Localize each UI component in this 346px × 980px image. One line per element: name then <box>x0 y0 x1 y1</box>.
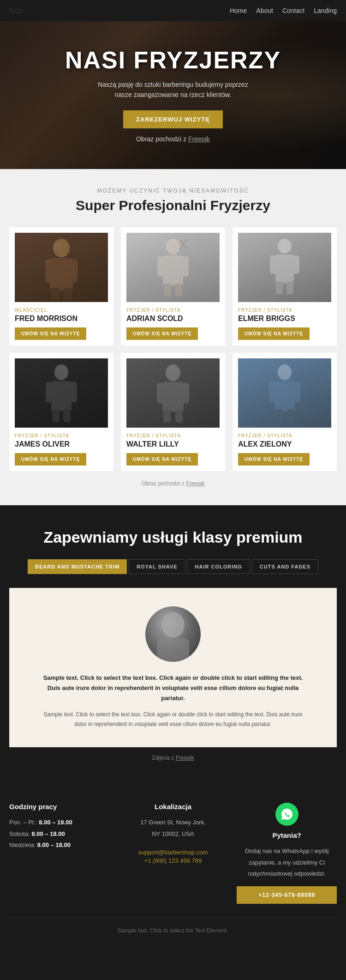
footer-cta-button[interactable]: +12-345-678-89089 <box>237 886 337 904</box>
footer-address: 17 Green St, Nowy Jork,NY 10002, USA <box>123 817 223 840</box>
tab-beard-mustache[interactable]: BEARD AND MUSTACHE TRIM <box>28 559 127 574</box>
svg-rect-23 <box>70 382 77 402</box>
svg-rect-9 <box>181 256 189 277</box>
svg-rect-36 <box>275 409 283 422</box>
svg-rect-3 <box>69 259 78 282</box>
barber-photo-1 <box>15 233 108 302</box>
svg-rect-37 <box>286 409 294 422</box>
barbers-image-source: Obraz pochodzi z Freepik <box>9 480 337 487</box>
service-content-panel: Sample text. Click to select the text bo… <box>9 588 337 747</box>
services-section: Zapewniamy usługi klasy premium BEARD AN… <box>0 505 346 780</box>
svg-point-38 <box>161 612 185 638</box>
barber-btn-2[interactable]: UMÓW SIĘ NA WIZYTĘ <box>126 327 198 340</box>
hero-content: NASI FRYZJERZY Naszą pasję do sztuki bar… <box>65 46 281 144</box>
nav-link-contact[interactable]: Contact <box>282 7 304 14</box>
tab-hair-coloring[interactable]: HAIR COLORING <box>187 559 250 574</box>
barber-name-3: ELMER BRIGGS <box>238 315 331 323</box>
footer-contact-title: Pytania? <box>237 831 337 839</box>
svg-rect-24 <box>52 409 60 422</box>
footer-location-title: Lokalizacja <box>123 803 223 811</box>
svg-point-6 <box>166 239 180 254</box>
hero-title: NASI FRYZJERZY <box>65 46 281 74</box>
barber-btn-6[interactable]: UMÓW SIĘ NA WIZYTĘ <box>238 453 310 466</box>
service-avatar <box>145 606 201 662</box>
services-title: Zapewniamy usługi klasy premium <box>9 528 337 546</box>
hero-section: NASI FRYZJERZY Naszą pasję do sztuki bar… <box>0 21 346 169</box>
footer-hours-sunday: Niedziela: 8.00 – 18.00 <box>9 840 109 851</box>
barber-card-6: FRYZJER / STYLISTA ALEX ZIELONY UMÓW SIĘ… <box>233 353 337 471</box>
svg-point-14 <box>278 239 292 254</box>
barber-name-4: JAMES OLIVER <box>15 440 108 448</box>
barbers-title: Super Profesjonalni Fryzjerzy <box>9 198 337 213</box>
barber-role-1: WŁAŚCICIEL <box>15 308 108 313</box>
footer-contact-col: Pytania? Dodaj nas na WhatsApp i wyślij … <box>237 803 337 904</box>
tab-royal-shave[interactable]: ROYAL SHAVE <box>129 559 185 574</box>
hero-image-source: Obraz pochodzi z Freepik <box>65 134 281 144</box>
barber-photo-5 <box>126 358 220 428</box>
svg-rect-34 <box>269 382 276 402</box>
svg-rect-7 <box>163 255 183 285</box>
svg-rect-5 <box>63 288 72 300</box>
barber-btn-4[interactable]: UMÓW SIĘ NA WIZYTĘ <box>15 453 86 466</box>
footer-email[interactable]: support@barbershop.com <box>138 849 208 856</box>
footer-hours-weekday: Pon. – Pt.: 8.00 – 19.00 <box>9 817 109 829</box>
barber-btn-5[interactable]: UMÓW SIĘ NA WIZYTĘ <box>126 453 198 466</box>
svg-rect-15 <box>275 254 294 283</box>
services-source-link[interactable]: Freepik <box>176 755 194 761</box>
barber-card-3: FRYZJER / STYLISTA ELMER BRIGGS UMÓW SIĘ… <box>233 227 337 345</box>
svg-rect-35 <box>293 382 300 402</box>
svg-rect-22 <box>46 382 53 402</box>
nav-link-home[interactable]: Home <box>230 7 247 14</box>
barber-card-5: FRYZJER / STYLISTA WALTER LILLY UMÓW SIĘ… <box>121 353 225 471</box>
barbers-grid: WŁAŚCICIEL FRED MORRISON UMÓW SIĘ NA WIZ… <box>9 227 337 471</box>
barber-role-6: FRYZJER / STYLISTA <box>238 433 331 438</box>
barber-role-2: FRYZJER / STYLISTA <box>126 308 220 313</box>
svg-rect-27 <box>162 382 184 411</box>
hero-description: Naszą pasję do sztuki barberingu budujem… <box>65 79 281 100</box>
svg-rect-16 <box>270 255 277 274</box>
svg-rect-25 <box>63 409 71 422</box>
services-photo-source: Zdjęcia z Freepik <box>9 755 337 761</box>
barbers-subtitle: MOŻEMY UCZYNIĆ TWOJĄ NIESAMOWITOŚĆ <box>9 188 337 194</box>
svg-rect-4 <box>51 288 60 300</box>
nav-link-landing[interactable]: Landing <box>314 7 337 14</box>
nav-link-about[interactable]: About <box>256 7 273 14</box>
hero-source-link[interactable]: Freepik <box>188 135 210 143</box>
barber-role-3: FRYZJER / STYLISTA <box>238 308 331 313</box>
footer-hours-col: Godziny pracy Pon. – Pt.: 8.00 – 19.00 S… <box>9 803 109 904</box>
barber-btn-3[interactable]: UMÓW SIĘ NA WIZYTĘ <box>238 327 310 340</box>
barber-card-2: FRYZJER / STYLISTA ADRIAN SCOLD UMÓW SIĘ… <box>121 227 225 345</box>
barber-btn-1[interactable]: UMÓW SIĘ NA WIZYTĘ <box>15 327 86 340</box>
barber-name-6: ALEX ZIELONY <box>238 440 331 448</box>
barber-role-4: FRYZJER / STYLISTA <box>15 433 108 438</box>
svg-point-20 <box>54 364 68 380</box>
barbers-source-link[interactable]: Freepik <box>186 480 204 487</box>
service-secondary-text: Sample text. Click to select the text bo… <box>39 710 307 729</box>
footer-grid: Godziny pracy Pon. – Pt.: 8.00 – 19.00 S… <box>9 803 337 904</box>
svg-point-0 <box>53 239 70 257</box>
barber-card-1: WŁAŚCICIEL FRED MORRISON UMÓW SIĘ NA WIZ… <box>9 227 113 345</box>
svg-rect-30 <box>163 410 171 423</box>
hero-cta-button[interactable]: ZAREZERWUJ WIZYTĘ <box>123 110 223 128</box>
footer: Godziny pracy Pon. – Pt.: 8.00 – 19.00 S… <box>0 780 346 948</box>
footer-phone[interactable]: +1 (800) 123 456 789 <box>144 857 202 864</box>
tab-cuts-fades[interactable]: CUTS AND FADES <box>252 559 318 574</box>
svg-rect-11 <box>175 284 182 296</box>
barber-name-5: WALTER LILLY <box>126 440 220 448</box>
svg-rect-21 <box>51 381 72 411</box>
barber-card-4: FRYZJER / STYLISTA JAMES OLIVER UMÓW SIĘ… <box>9 353 113 471</box>
footer-bottom-text: Sample text. Click to select the Text El… <box>9 927 337 934</box>
svg-rect-29 <box>182 383 189 403</box>
svg-rect-39 <box>157 639 189 662</box>
footer-location-col: Lokalizacja 17 Green St, Nowy Jork,NY 10… <box>123 803 223 904</box>
svg-rect-2 <box>45 259 54 282</box>
barber-photo-3 <box>238 233 331 302</box>
services-tabs: BEARD AND MUSTACHE TRIM ROYAL SHAVE HAIR… <box>9 559 337 574</box>
svg-rect-10 <box>164 284 171 296</box>
svg-point-26 <box>166 364 180 381</box>
svg-rect-28 <box>157 383 164 403</box>
svg-rect-33 <box>274 381 295 411</box>
svg-rect-18 <box>276 281 283 294</box>
barber-role-5: FRYZJER / STYLISTA <box>126 433 220 438</box>
footer-hours-saturday: Sobota: 8.00 – 18.00 <box>9 829 109 840</box>
